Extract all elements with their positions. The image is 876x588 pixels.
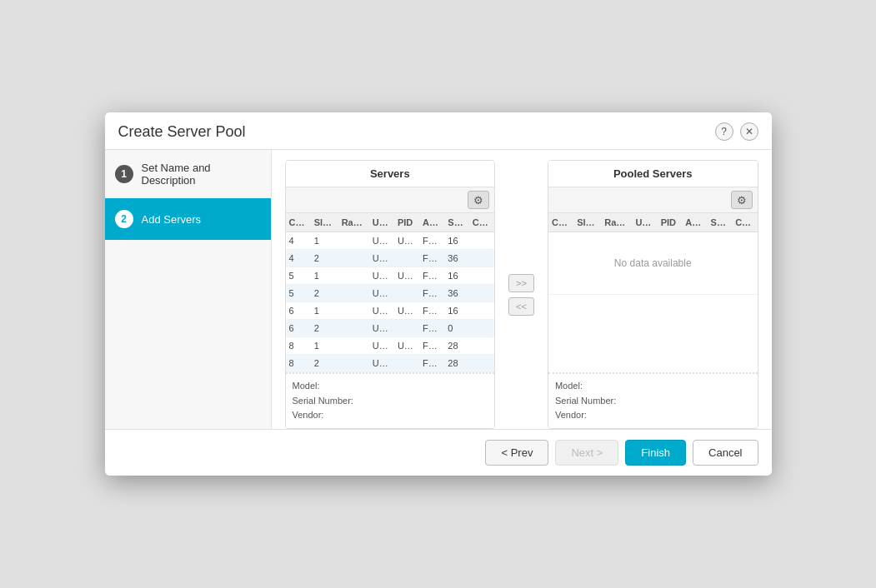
table-cell: 8 bbox=[286, 337, 311, 355]
servers-serial: Serial Number: bbox=[293, 394, 488, 409]
table-cell: 2 bbox=[311, 320, 338, 337]
table-cell: F… bbox=[419, 250, 444, 267]
table-cell bbox=[338, 285, 369, 302]
servers-panel-footer: Model: Serial Number: Vendor: bbox=[286, 372, 495, 428]
table-row[interactable]: 81U…U…F…28 bbox=[286, 337, 495, 355]
table-cell: 4 bbox=[286, 250, 311, 267]
pooled-table: C… Sl… Ra… U… PID A… S… C… bbox=[548, 213, 758, 295]
table-cell: 1 bbox=[311, 232, 338, 250]
pooled-gear-button[interactable]: ⚙ bbox=[731, 191, 753, 209]
table-row[interactable]: 61U…U…F…16 bbox=[286, 302, 495, 320]
table-cell: U… bbox=[369, 355, 394, 372]
panels-row: Servers ⚙ C… Sl… Ra… U… bbox=[285, 160, 758, 429]
step-1-number: 1 bbox=[115, 165, 133, 183]
pcol-a: A… bbox=[682, 213, 707, 232]
dialog-body: 1 Set Name and Description 2 Add Servers… bbox=[105, 150, 772, 429]
table-cell bbox=[469, 320, 494, 337]
table-row[interactable]: 62U…F…0 bbox=[286, 320, 495, 337]
step-2-number: 2 bbox=[115, 210, 133, 228]
table-cell: U… bbox=[394, 337, 419, 355]
table-row[interactable]: 42U…F…36 bbox=[286, 250, 495, 267]
dialog-footer: < Prev Next > Finish Cancel bbox=[105, 429, 772, 476]
table-cell: F… bbox=[419, 285, 444, 302]
transfer-forward-button[interactable]: >> bbox=[508, 274, 534, 292]
table-cell: F… bbox=[419, 355, 444, 372]
table-cell bbox=[469, 355, 494, 372]
header-icons: ? ✕ bbox=[715, 122, 758, 141]
pcol-pid: PID bbox=[658, 213, 683, 232]
table-cell: U… bbox=[394, 267, 419, 285]
transfer-backward-button[interactable]: << bbox=[508, 297, 534, 316]
table-cell: 4 bbox=[286, 232, 311, 250]
next-button: Next > bbox=[555, 440, 618, 466]
main-content: Servers ⚙ C… Sl… Ra… U… bbox=[272, 150, 772, 429]
table-cell: U… bbox=[394, 302, 419, 320]
table-cell bbox=[469, 232, 494, 250]
table-cell: 0 bbox=[444, 320, 469, 337]
pooled-no-data-row: No data available bbox=[548, 232, 758, 295]
pcol-ra: Ra… bbox=[601, 213, 632, 232]
table-cell: 1 bbox=[311, 267, 338, 285]
col-u: U… bbox=[369, 213, 394, 232]
pcol-c2: C… bbox=[732, 213, 757, 232]
table-cell: F… bbox=[419, 267, 444, 285]
table-cell: 2 bbox=[311, 355, 338, 372]
col-a: A… bbox=[419, 213, 444, 232]
table-cell bbox=[338, 302, 369, 320]
table-cell: 1 bbox=[311, 337, 338, 355]
pcol-u: U… bbox=[632, 213, 657, 232]
table-cell bbox=[394, 285, 419, 302]
step-2-item[interactable]: 2 Add Servers bbox=[105, 198, 271, 240]
step-1-item[interactable]: 1 Set Name and Description bbox=[105, 150, 271, 198]
help-button[interactable]: ? bbox=[715, 122, 733, 141]
servers-gear-button[interactable]: ⚙ bbox=[468, 191, 489, 209]
col-ra: Ra… bbox=[338, 213, 369, 232]
table-row[interactable]: 41U…U…F…16 bbox=[286, 232, 495, 250]
col-s: S… bbox=[444, 213, 469, 232]
table-cell: U… bbox=[369, 250, 394, 267]
pcol-s: S… bbox=[708, 213, 733, 232]
table-cell: U… bbox=[394, 232, 419, 250]
create-server-pool-dialog: Create Server Pool ? ✕ 1 Set Name and De… bbox=[105, 112, 772, 476]
pooled-vendor: Vendor: bbox=[555, 408, 751, 423]
dialog-header: Create Server Pool ? ✕ bbox=[105, 112, 772, 150]
table-cell bbox=[469, 267, 494, 285]
pooled-table-header-row: C… Sl… Ra… U… PID A… S… C… bbox=[548, 213, 758, 232]
pooled-model: Model: bbox=[555, 379, 751, 394]
cancel-button[interactable]: Cancel bbox=[693, 440, 758, 466]
table-cell: 1 bbox=[311, 302, 338, 320]
table-cell: 36 bbox=[444, 250, 469, 267]
prev-button[interactable]: < Prev bbox=[485, 440, 548, 466]
pooled-servers-panel: Pooled Servers ⚙ C… Sl… Ra… U… bbox=[548, 160, 758, 429]
table-cell bbox=[338, 320, 369, 337]
pooled-serial: Serial Number: bbox=[555, 394, 751, 409]
table-cell: U… bbox=[369, 337, 394, 355]
finish-button[interactable]: Finish bbox=[625, 440, 686, 466]
table-cell bbox=[338, 250, 369, 267]
table-cell bbox=[394, 320, 419, 337]
pooled-no-data: No data available bbox=[548, 232, 758, 295]
table-cell: F… bbox=[419, 320, 444, 337]
table-cell bbox=[338, 267, 369, 285]
table-row[interactable]: 51U…U…F…16 bbox=[286, 267, 495, 285]
dialog-title: Create Server Pool bbox=[118, 123, 246, 141]
step-1-label: Set Name and Description bbox=[142, 162, 261, 187]
table-cell: 16 bbox=[444, 232, 469, 250]
pooled-panel-toolbar: ⚙ bbox=[548, 187, 758, 213]
table-cell: U… bbox=[369, 302, 394, 320]
col-sl: Sl… bbox=[311, 213, 338, 232]
table-cell: F… bbox=[419, 232, 444, 250]
table-cell: 36 bbox=[444, 285, 469, 302]
close-button[interactable]: ✕ bbox=[740, 122, 758, 141]
col-pid: PID bbox=[394, 213, 419, 232]
sidebar: 1 Set Name and Description 2 Add Servers bbox=[105, 150, 272, 429]
table-row[interactable]: 82U…F…28 bbox=[286, 355, 495, 372]
servers-table-wrapper[interactable]: C… Sl… Ra… U… PID A… S… C… bbox=[286, 213, 495, 372]
servers-table: C… Sl… Ra… U… PID A… S… C… bbox=[286, 213, 495, 372]
pooled-table-wrapper[interactable]: C… Sl… Ra… U… PID A… S… C… bbox=[548, 213, 758, 372]
table-cell bbox=[469, 250, 494, 267]
table-cell: 6 bbox=[286, 320, 311, 337]
table-row[interactable]: 52U…F…36 bbox=[286, 285, 495, 302]
table-cell: 8 bbox=[286, 355, 311, 372]
servers-table-header-row: C… Sl… Ra… U… PID A… S… C… bbox=[286, 213, 495, 232]
